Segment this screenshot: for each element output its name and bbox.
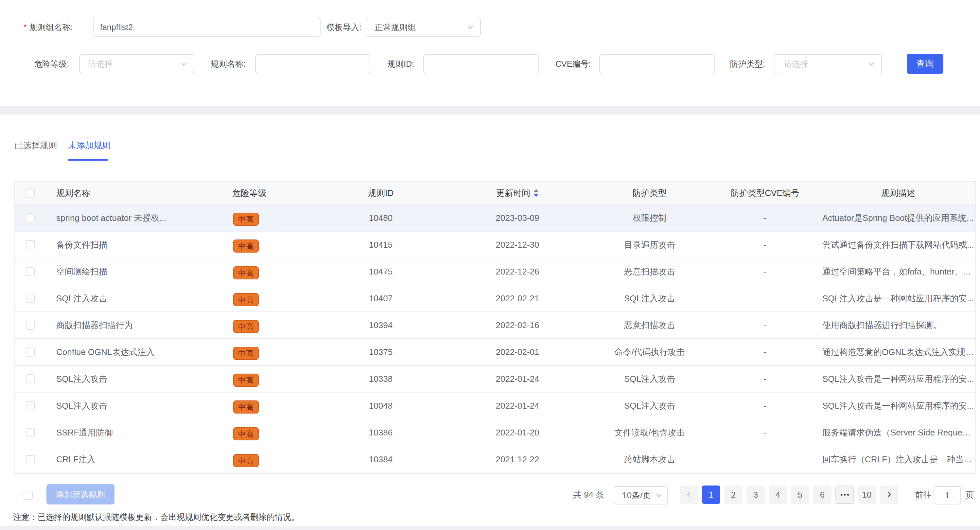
table-row[interactable]: SQL注入攻击 中高 10407 2022-02-21 SQL注入攻击 - SQ… [15, 285, 975, 312]
row-checkbox[interactable] [26, 240, 35, 249]
risk-level-badge: 中高 [233, 266, 259, 279]
col-header-rule-name: 规则名称 [46, 182, 181, 204]
chevron-left-icon [686, 491, 692, 498]
page-button-3[interactable]: 3 [746, 485, 765, 504]
chevron-down-icon [467, 24, 474, 30]
footer-strip [0, 526, 980, 530]
required-asterisk: * [24, 18, 27, 37]
risk-level-badge: 中高 [233, 374, 259, 387]
chevron-down-icon [868, 60, 875, 67]
table-row[interactable]: SQL注入攻击 中高 10048 2022-01-24 SQL注入攻击 - SQ… [15, 393, 975, 419]
row-checkbox[interactable] [26, 428, 35, 437]
template-import-value: 正常规则组 [375, 22, 467, 33]
page-button-5[interactable]: 5 [791, 485, 809, 504]
row-checkbox[interactable] [26, 455, 35, 464]
rule-name-input[interactable] [255, 54, 370, 73]
sort-caret-icon[interactable] [533, 189, 539, 197]
protect-type-placeholder: 请选择 [784, 59, 868, 69]
page-size-select[interactable]: 10条/页 [614, 486, 668, 505]
chevron-right-icon [886, 491, 892, 498]
risk-level-select[interactable]: 请选择 [79, 54, 194, 73]
risk-level-placeholder: 请选择 [88, 59, 181, 69]
rule-id-input[interactable] [423, 54, 539, 73]
section-divider-band [0, 106, 980, 115]
page-button-1[interactable]: 1 [702, 485, 720, 504]
protect-type-select[interactable]: 请选择 [775, 54, 882, 73]
table-row[interactable]: spring boot actuator 未授权... 中高 10480 202… [15, 205, 975, 232]
row-checkbox[interactable] [26, 267, 35, 276]
risk-level-label: 危险等级: [34, 54, 69, 73]
note-text: 注意：已选择的规则默认跟随模板更新，会出现规则优化变更或者删除的情况。 [13, 512, 299, 522]
cve-no-input[interactable] [599, 54, 715, 73]
risk-level-badge: 中高 [233, 293, 259, 306]
rule-name-label: 规则名称: [211, 54, 246, 73]
page-button-10[interactable]: 10 [858, 485, 876, 504]
col-header-rule-id: 规则ID [318, 182, 444, 204]
tab-unadded-rules[interactable]: 未添加规则 [68, 132, 111, 158]
row-checkbox[interactable] [26, 321, 35, 330]
page-button-2[interactable]: 2 [724, 485, 743, 504]
total-count: 共 94 条 [573, 485, 604, 504]
jump-suffix-label: 页 [966, 485, 974, 504]
rule-id-label: 规则ID: [387, 54, 414, 73]
rules-table: 规则名称 危险等级 规则ID 更新时间 防护类型 防护类型CVE编号 规则描述 … [14, 181, 976, 474]
risk-level-badge: 中高 [233, 400, 259, 414]
table-row[interactable]: CRLF注入 中高 10384 2021-12-22 跨站脚本攻击 - 回车换行… [15, 446, 975, 473]
col-header-desc: 规则描述 [822, 182, 975, 204]
group-name-input[interactable] [93, 18, 321, 37]
group-name-label: 规则组名称: [29, 18, 73, 37]
prev-page-button[interactable] [680, 485, 698, 504]
risk-level-badge: 中高 [233, 347, 259, 360]
table-row[interactable]: SQL注入攻击 中高 10338 2022-01-24 SQL注入攻击 - SQ… [15, 366, 975, 393]
col-header-protect-type: 防护类型 [592, 182, 708, 204]
more-pages-button[interactable]: ••• [835, 485, 854, 504]
tab-selected-rules[interactable]: 已选择规则 [14, 132, 57, 158]
jump-page-input[interactable] [934, 486, 961, 505]
col-header-risk-level: 危险等级 [181, 182, 318, 204]
rule-group-config-page: * 规则组名称: 模板导入: 正常规则组 危险等级: 请选择 规则名称: 规则I… [0, 0, 980, 530]
chevron-down-icon [181, 60, 187, 67]
template-import-select[interactable]: 正常规则组 [366, 18, 481, 37]
page-size-value: 10条/页 [622, 490, 655, 501]
add-selected-rules-button[interactable]: 添加所选规则 [46, 484, 115, 505]
risk-level-badge: 中高 [233, 427, 259, 440]
col-header-cve: 防护类型CVE编号 [708, 182, 822, 204]
risk-level-badge: 中高 [233, 320, 259, 333]
row-checkbox[interactable] [26, 213, 35, 223]
row-checkbox[interactable] [26, 374, 35, 384]
chevron-down-icon [655, 492, 662, 498]
jump-prefix-label: 前往 [915, 485, 932, 504]
row-checkbox[interactable] [26, 294, 35, 303]
template-import-label: 模板导入: [326, 18, 361, 37]
table-row[interactable]: 备份文件扫描 中高 10415 2022-12-30 目录遍历攻击 - 尝试通过… [15, 232, 975, 258]
search-button[interactable]: 查询 [907, 54, 943, 74]
table-row[interactable]: 空间测绘扫描 中高 10475 2022-12-26 恶意扫描攻击 - 通过空间… [15, 258, 975, 285]
table-header-row: 规则名称 危险等级 规则ID 更新时间 防护类型 防护类型CVE编号 规则描述 [15, 182, 975, 205]
risk-level-badge: 中高 [233, 213, 259, 226]
page-button-6[interactable]: 6 [813, 485, 832, 504]
cve-no-label: CVE编号: [555, 54, 591, 73]
select-all-checkbox[interactable] [26, 188, 35, 197]
tabs-divider [14, 161, 976, 161]
bottom-select-all-checkbox[interactable] [24, 491, 33, 500]
next-page-button[interactable] [880, 485, 898, 504]
protect-type-label: 防护类型: [730, 54, 765, 73]
col-header-updated[interactable]: 更新时间 [444, 182, 592, 204]
row-checkbox[interactable] [26, 347, 35, 357]
table-row[interactable]: Conflue OGNL表达式注入 中高 10375 2022-02-01 命令… [15, 339, 975, 366]
risk-level-badge: 中高 [233, 239, 259, 253]
table-row[interactable]: SSRF通用防御 中高 10386 2022-01-20 文件读取/包含攻击 -… [15, 419, 975, 446]
table-row[interactable]: 商版扫描器扫描行为 中高 10394 2022-02-16 恶意扫描攻击 - 使… [15, 312, 975, 339]
risk-level-badge: 中高 [233, 454, 259, 467]
row-checkbox[interactable] [26, 401, 35, 410]
page-button-4[interactable]: 4 [769, 485, 787, 504]
